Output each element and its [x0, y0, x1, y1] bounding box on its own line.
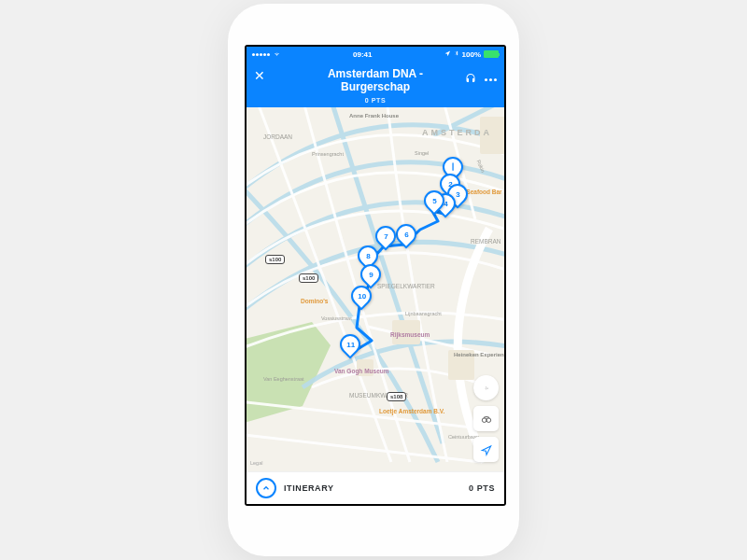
route-pin-10[interactable]: 10	[351, 286, 368, 306]
map-label-jordaan: JORDAAN	[263, 133, 292, 140]
map-label-rembr: REMBRAN	[471, 238, 501, 245]
more-icon[interactable]	[485, 78, 497, 81]
close-button[interactable]: ✕	[254, 69, 265, 82]
signal-icon	[252, 53, 270, 56]
binoculars-button[interactable]	[473, 406, 499, 431]
battery-icon	[484, 50, 499, 58]
map-label-dominos: Domino's	[301, 298, 328, 304]
status-time: 09:41	[353, 50, 372, 59]
map-label-loetje: Loetje Amsterdam B.V.	[379, 408, 444, 414]
itinerary-label: ITINERARY	[284, 483, 334, 493]
chevron-up-icon[interactable]	[256, 478, 276, 498]
headphones-icon[interactable]	[464, 71, 477, 88]
road-tag-s100-2: s100	[299, 273, 318, 283]
phone-screen: 09:41 100% ✕ Amsterdam DNA - Burgerschap…	[245, 45, 506, 506]
map-background	[247, 107, 504, 481]
bottom-points: 0 PTS	[469, 483, 495, 493]
svg-point-6	[482, 417, 486, 422]
wifi-icon	[273, 50, 281, 59]
map-label-eeghen: Van Eeghenstraat	[263, 376, 304, 382]
nav-bar: ✕ Amsterdam DNA - Burgerschap 0 PTS	[247, 62, 504, 107]
bluetooth-icon	[454, 49, 459, 59]
map-label-legal: Legal	[250, 460, 262, 466]
battery-pct: 100%	[462, 50, 481, 59]
map-label-prinsen: Prinsengracht	[312, 151, 344, 157]
location-icon	[444, 50, 451, 59]
status-bar: 09:41 100%	[247, 47, 504, 62]
map-label-voss: Vossiusstraat	[321, 315, 352, 321]
map-label-anne: Anne Frank House	[349, 113, 399, 119]
map-label-lijn: Lijnbaansgracht	[405, 311, 442, 316]
route-pin-6[interactable]: 6	[396, 224, 413, 245]
map[interactable]: AMSTERDA JORDAAN Anne Frank House Prinse…	[247, 107, 504, 481]
map-label-rijks: Rijksmuseum	[390, 331, 430, 338]
route-pin-11[interactable]: 11	[340, 334, 357, 355]
svg-point-5	[485, 386, 486, 388]
route-pin-7[interactable]: 7	[375, 226, 392, 246]
page-title: Amsterdam DNA - Burgerschap	[296, 67, 455, 93]
bottom-bar[interactable]: ITINERARY 0 PTS	[247, 471, 504, 504]
map-label-spiegel: SPIEGELKWARTIER	[377, 283, 435, 289]
route-pin-9[interactable]: 9	[360, 264, 377, 285]
navigate-button[interactable]	[473, 437, 499, 462]
road-tag-s108: s108	[387, 392, 406, 401]
map-label-heineken: Heineken Experience	[454, 352, 504, 358]
route-pin-5[interactable]: 5	[424, 190, 441, 211]
map-label-city: AMSTERDA	[422, 128, 492, 137]
stage: 09:41 100% ✕ Amsterdam DNA - Burgerschap…	[0, 0, 747, 560]
road-tag-s100-1: s100	[265, 255, 285, 264]
map-label-singel: Singel	[415, 150, 429, 156]
map-label-gogh: Van Gogh Museum	[334, 368, 389, 374]
recenter-button[interactable]	[473, 375, 499, 400]
svg-point-7	[486, 417, 491, 422]
header-points: 0 PTS	[254, 97, 497, 104]
